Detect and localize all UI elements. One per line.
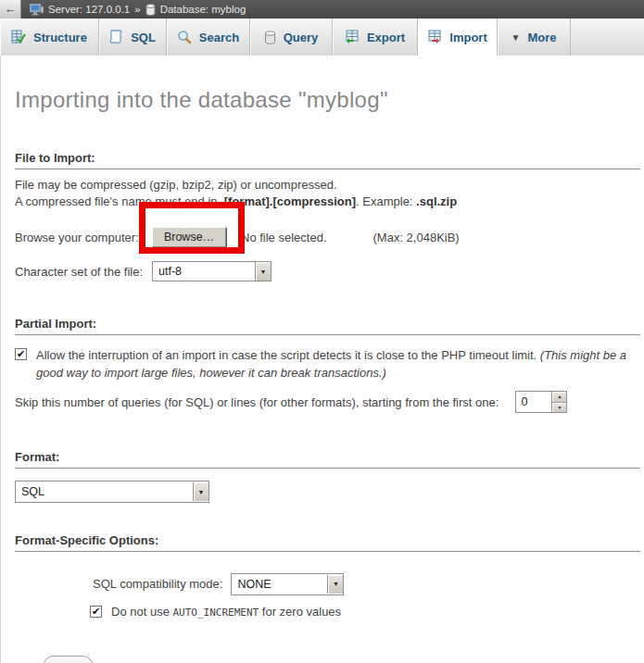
section-heading-file-to-import: File to Import: [15, 151, 640, 169]
skip-queries-input[interactable]: 0 ▲ ▼ [515, 391, 567, 413]
tab-more-label: More [527, 31, 556, 44]
tab-query-label: Query [284, 31, 319, 44]
structure-icon [11, 30, 26, 44]
tab-search-label: Search [199, 31, 239, 44]
breadcrumb: Server: 127.0.0.1 » Database: myblog [30, 4, 246, 16]
tab-search[interactable]: Search [167, 19, 250, 56]
tab-import[interactable]: Import [418, 19, 498, 56]
naming-info-prefix: A compressed file's name must end in [15, 194, 221, 208]
search-icon [177, 30, 192, 44]
server-icon [30, 4, 44, 16]
tab-export-label: Export [367, 31, 405, 44]
format-select-value: SQL [16, 485, 193, 498]
allow-interrupt-checkbox[interactable]: ✔ [15, 348, 27, 360]
auto-increment-suffix: for zero values [259, 605, 341, 619]
max-upload-size: (Max: 2,048KiB) [373, 231, 460, 244]
sql-compatibility-row: SQL compatibility mode: NONE ▼ [93, 572, 644, 595]
sql-compatibility-label: SQL compatibility mode: [93, 577, 222, 591]
naming-info-mid: . Example: [356, 194, 416, 208]
tab-import-label: Import [449, 31, 486, 44]
breadcrumb-bar: ← Server: 127.0.0.1 » Database: myblog [0, 0, 644, 19]
import-icon [427, 30, 442, 44]
charset-label: Character set of the file: [15, 265, 152, 279]
sql-icon [109, 30, 123, 44]
auto-increment-code: AUTO_INCREMENT [173, 607, 259, 619]
auto-increment-row: ✔ Do not use AUTO_INCREMENT for zero val… [90, 605, 644, 619]
spinner: ▲ ▼ [551, 392, 566, 412]
allow-interrupt-row: ✔ Allow the interruption of an import in… [15, 346, 644, 382]
query-icon [264, 31, 276, 44]
import-page: Importing into the database "myblog" Fil… [0, 56, 644, 663]
section-heading-format: Format: [15, 450, 640, 469]
no-file-selected-text: No file selected. [241, 231, 327, 244]
tab-bar: Structure SQL Search Query [0, 19, 644, 56]
auto-increment-checkbox[interactable]: ✔ [90, 606, 102, 618]
tab-sql[interactable]: SQL [99, 19, 167, 56]
allow-interrupt-label: Allow the interruption of an import in c… [36, 346, 637, 382]
dropdown-arrow-icon[interactable]: ▼ [327, 575, 343, 594]
file-upload-row: Browse your computer: Browse… No file se… [15, 225, 644, 249]
skip-queries-value: 0 [516, 392, 551, 412]
auto-increment-prefix: Do not use [111, 605, 173, 619]
charset-row: Character set of the file: utf-8 ▼ [15, 260, 644, 282]
naming-pattern: .[format].[compression] [221, 194, 356, 208]
compression-info-line: File may be compressed (gzip, bzip2, zip… [15, 177, 644, 194]
allow-interrupt-text: Allow the interruption of an import in c… [36, 348, 540, 362]
go-button[interactable]: Go [43, 656, 94, 663]
tab-structure[interactable]: Structure [0, 19, 99, 56]
dropdown-arrow-icon[interactable]: ▼ [193, 482, 208, 501]
sql-compatibility-select[interactable]: NONE ▼ [231, 573, 344, 595]
tab-sql-label: SQL [131, 31, 156, 44]
format-select-row: SQL ▼ [15, 481, 644, 503]
section-heading-partial-import: Partial Import: [15, 317, 640, 335]
tab-more[interactable]: ▼ More [498, 19, 571, 56]
chevron-down-icon: ▼ [511, 32, 521, 43]
auto-increment-label: Do not use AUTO_INCREMENT for zero value… [111, 605, 341, 619]
spinner-down-icon[interactable]: ▼ [552, 402, 566, 413]
charset-select-value: utf-8 [153, 265, 255, 278]
tab-structure-label: Structure [33, 31, 87, 44]
naming-info-line: A compressed file's name must end in .[f… [15, 194, 644, 210]
breadcrumb-server[interactable]: Server: 127.0.0.1 [48, 4, 130, 15]
file-import-description: File may be compressed (gzip, bzip2, zip… [15, 177, 644, 210]
back-button[interactable]: ← [0, 0, 21, 19]
page-title: Importing into the database "myblog" [15, 56, 644, 113]
export-icon [345, 30, 360, 44]
format-select[interactable]: SQL ▼ [15, 481, 209, 503]
breadcrumb-database[interactable]: Database: myblog [160, 4, 246, 15]
breadcrumb-separator: » [134, 4, 140, 15]
sql-compatibility-value: NONE [232, 578, 327, 591]
database-icon [145, 4, 156, 16]
tab-export[interactable]: Export [333, 19, 418, 56]
charset-select[interactable]: utf-8 ▼ [152, 261, 271, 281]
browse-label: Browse your computer: [15, 231, 152, 244]
section-heading-format-specific: Format-Specific Options: [15, 533, 640, 552]
dropdown-arrow-icon[interactable]: ▼ [255, 262, 271, 281]
skip-queries-label: Skip this number of queries (for SQL) or… [15, 395, 499, 409]
spinner-up-icon[interactable]: ▲ [552, 392, 566, 402]
skip-queries-row: Skip this number of queries (for SQL) or… [15, 390, 644, 414]
naming-example: .sql.zip [416, 194, 457, 208]
browse-button[interactable]: Browse… [152, 227, 226, 247]
tab-query[interactable]: Query [250, 19, 333, 56]
